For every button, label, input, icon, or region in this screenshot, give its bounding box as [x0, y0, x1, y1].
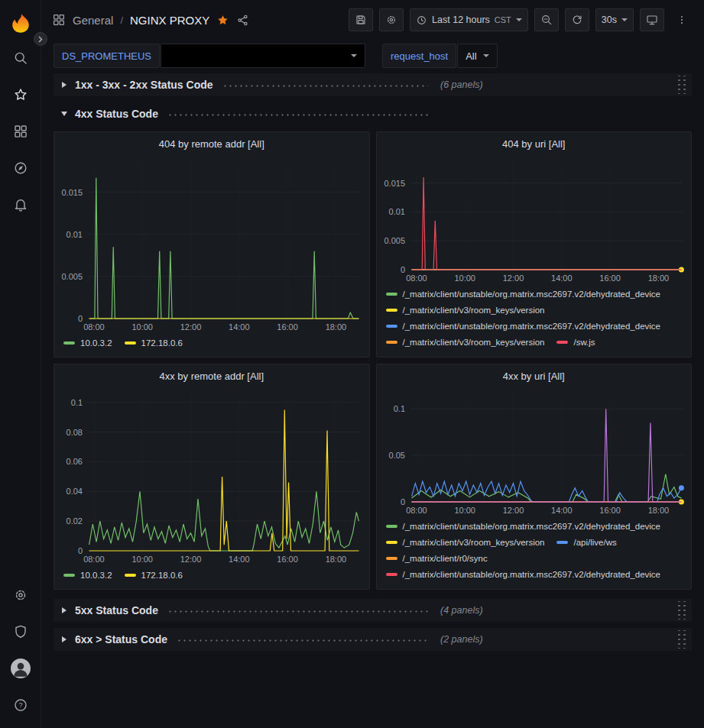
share-icon[interactable]: [236, 14, 249, 27]
panel-title[interactable]: 4xx by uri [All]: [377, 364, 692, 387]
main-area: General / NGINX PROXY: [41, 0, 704, 728]
row-title: 4xx Status Code: [75, 108, 158, 120]
legend-label: /_matrix/client/v3/room_keys/version: [403, 335, 545, 350]
zoom-out-button[interactable]: [534, 8, 559, 31]
row-drag-handle[interactable]: [676, 630, 687, 649]
panel-404-by-remote-addr: 404 by remote addr [All] 08:0010:0012:00…: [54, 131, 370, 358]
row-header-6xx[interactable]: 6xx > Status Code (2 panels): [54, 628, 692, 651]
legend-item[interactable]: /api/live/ws: [556, 535, 616, 550]
sidebar-item-help[interactable]: ?: [0, 687, 41, 723]
svg-text:18:00: 18:00: [326, 322, 347, 332]
row-drag-handle[interactable]: [676, 601, 687, 620]
chart-legend: /_matrix/client/unstable/org.matrix.msc2…: [377, 285, 692, 357]
refresh-interval-dropdown[interactable]: 30s: [595, 8, 634, 31]
dotted-leader: [167, 610, 428, 613]
legend-swatch: [386, 541, 397, 544]
legend-item[interactable]: /_matrix/client/unstable/org.matrix.msc2…: [386, 567, 661, 582]
legend-item[interactable]: /_matrix/client/v3/room_keys/version: [386, 535, 545, 550]
favorite-star-icon[interactable]: [216, 14, 229, 27]
breadcrumb-folder[interactable]: General: [73, 14, 113, 27]
panel-title[interactable]: 4xx by remote addr [All]: [54, 364, 369, 387]
svg-text:14:00: 14:00: [551, 506, 573, 515]
legend-label: /sw.js: [573, 335, 595, 350]
svg-text:10:00: 10:00: [454, 273, 475, 283]
refresh-button[interactable]: [565, 8, 589, 31]
dashboard-settings-button[interactable]: [379, 8, 404, 31]
bell-icon: [13, 197, 28, 212]
star-icon: [13, 87, 28, 102]
panel-4xx-by-remote-addr: 4xx by remote addr [All] 08:0010:0012:00…: [54, 364, 370, 590]
row-panel-count: (4 panels): [440, 605, 483, 616]
timeseries-chart[interactable]: 08:0010:0012:0014:0016:0018:0000.020.040…: [54, 387, 369, 566]
row-header-4xx[interactable]: 4xx Status Code: [54, 102, 692, 125]
legend-label: /_matrix/client/unstable/org.matrix.msc2…: [403, 567, 661, 582]
row-header-5xx[interactable]: 5xx Status Code (4 panels): [54, 599, 692, 622]
legend-item[interactable]: /_matrix/client/v3/room_keys/version: [386, 335, 545, 350]
svg-text:10:00: 10:00: [454, 506, 475, 515]
timeseries-chart[interactable]: 08:0010:0012:0014:0016:0018:0000.050.1: [377, 387, 692, 517]
legend-item[interactable]: 172.18.0.6: [125, 335, 183, 351]
row-header-1xx-3xx-2xx[interactable]: 1xx - 3xx - 2xx Status Code (6 panels): [54, 73, 692, 96]
svg-text:08:00: 08:00: [406, 506, 427, 515]
sidebar-item-server-admin[interactable]: [0, 613, 41, 650]
tv-mode-button[interactable]: [640, 8, 664, 31]
svg-text:0: 0: [400, 497, 404, 506]
row-title: 5xx Status Code: [75, 604, 158, 616]
svg-text:16:00: 16:00: [277, 322, 298, 332]
datasource-label[interactable]: DS_PROMETHEUS: [54, 44, 160, 68]
panel-title[interactable]: 404 by remote addr [All]: [54, 132, 369, 155]
chevron-down-icon: [621, 18, 628, 21]
chevron-down-icon: [351, 54, 357, 57]
timeseries-chart[interactable]: 08:0010:0012:0014:0016:0018:0000.0050.01…: [377, 155, 692, 285]
request-host-value-select[interactable]: All: [457, 44, 497, 68]
sidebar-item-explore[interactable]: [0, 150, 41, 186]
sidebar-item-starred[interactable]: [0, 76, 41, 113]
timeseries-chart[interactable]: 08:0010:0012:0014:0016:0018:0000.0050.01…: [54, 155, 369, 334]
svg-text:10:00: 10:00: [131, 322, 153, 332]
svg-text:12:00: 12:00: [502, 506, 524, 515]
legend-item[interactable]: /_matrix/client/r0/sync: [386, 551, 488, 566]
sidebar-item-profile[interactable]: [0, 650, 41, 687]
apps-grid-icon: [52, 13, 66, 27]
sidebar-item-search[interactable]: [0, 40, 41, 76]
panel-title[interactable]: 404 by uri [All]: [377, 132, 692, 155]
legend-item[interactable]: 10.0.3.2: [63, 568, 112, 583]
svg-text:08:00: 08:00: [83, 555, 105, 564]
sidebar-expand-button[interactable]: [34, 32, 47, 46]
datasource-variable: DS_PROMETHEUS: [54, 44, 365, 68]
sidebar-item-configuration[interactable]: [0, 577, 41, 613]
variables-bar: DS_PROMETHEUS request_host All: [41, 41, 704, 70]
legend-item[interactable]: 172.18.0.6: [125, 568, 183, 583]
sidebar-item-dashboards[interactable]: [0, 113, 41, 150]
refresh-interval-value: 30s: [602, 15, 617, 25]
legend-item[interactable]: /_matrix/client/unstable/org.matrix.msc2…: [386, 519, 661, 534]
legend-item[interactable]: 10.0.3.2: [63, 335, 112, 351]
svg-text:16:00: 16:00: [599, 273, 621, 283]
dashboard-title[interactable]: NGINX PROXY: [130, 14, 209, 27]
shield-icon: [13, 624, 28, 639]
row-title: 1xx - 3xx - 2xx Status Code: [75, 79, 213, 91]
grafana-app: ? General / NGINX PROXY: [0, 0, 704, 728]
svg-text:0.02: 0.02: [67, 516, 83, 526]
legend-item[interactable]: /_matrix/client/unstable/org.matrix.msc2…: [386, 286, 661, 302]
legend-item[interactable]: /_matrix/client/v3/room_keys/version: [386, 303, 545, 318]
row-drag-handle[interactable]: [676, 76, 687, 94]
request-host-label[interactable]: request_host: [382, 44, 456, 68]
datasource-value-select[interactable]: [161, 44, 365, 68]
legend-swatch: [125, 574, 136, 577]
svg-text:12:00: 12:00: [180, 322, 202, 332]
legend-item[interactable]: /sw.js: [556, 335, 595, 350]
sidebar-item-alerting[interactable]: [0, 186, 41, 223]
legend-label: 10.0.3.2: [80, 335, 112, 351]
chevron-right-icon: [37, 36, 44, 43]
legend-label: /api/live/ws: [573, 535, 616, 550]
request-host-value: All: [466, 50, 476, 62]
kebab-menu-button[interactable]: [670, 8, 693, 31]
svg-text:0.005: 0.005: [61, 272, 83, 281]
svg-text:0.06: 0.06: [67, 457, 83, 466]
dotted-leader: [177, 639, 428, 642]
legend-swatch: [556, 541, 568, 544]
legend-item[interactable]: /_matrix/client/unstable/org.matrix.msc2…: [386, 319, 661, 334]
save-dashboard-button[interactable]: [349, 8, 373, 31]
time-range-picker[interactable]: Last 12 hours CST: [410, 8, 528, 31]
